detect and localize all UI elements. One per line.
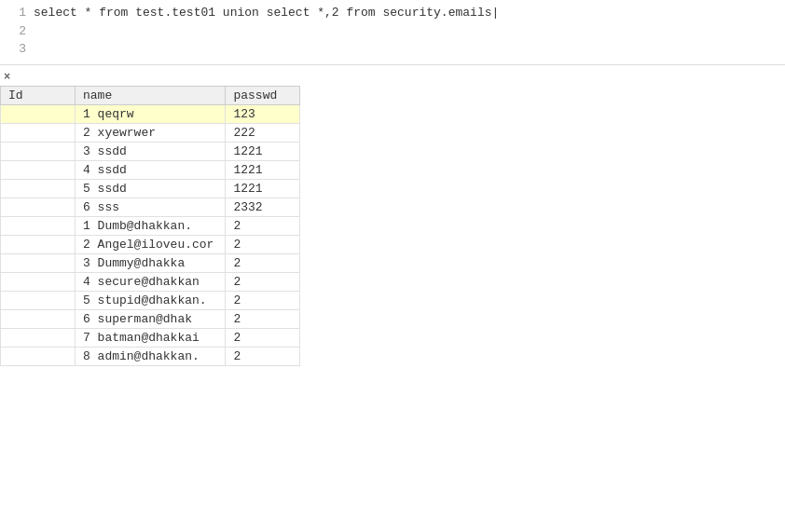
header-row: Id name passwd xyxy=(1,87,300,105)
cell-name: 1 Dumb@dhakkan. xyxy=(76,217,226,236)
cell-passwd: 2 xyxy=(226,273,300,292)
table-row: 7 batman@dhakkai2 xyxy=(1,329,300,348)
sql-content-3 xyxy=(34,40,41,59)
table-row: 1 Dumb@dhakkan.2 xyxy=(1,217,300,236)
table-row: 8 admin@dhakkan.2 xyxy=(1,348,300,366)
cell-id xyxy=(1,124,76,143)
sql-line-3: 3 xyxy=(7,40,778,59)
line-number-2: 2 xyxy=(7,22,26,41)
table-row: 3 Dummy@dhakka2 xyxy=(1,254,300,273)
cell-name: 2 Angel@iloveu.cor xyxy=(76,236,226,254)
cell-id xyxy=(1,292,76,310)
cell-id xyxy=(1,180,76,198)
cell-passwd: 2 xyxy=(226,348,300,366)
table-row: 1 qeqrw123 xyxy=(1,105,300,124)
cell-passwd: 2332 xyxy=(226,198,300,217)
line-number-3: 3 xyxy=(7,40,26,59)
cell-id xyxy=(1,161,76,180)
cell-passwd: 1221 xyxy=(226,143,300,161)
col-id: Id xyxy=(1,87,76,105)
cell-passwd: 2 xyxy=(226,236,300,254)
table-row: 2 Angel@iloveu.cor2 xyxy=(1,236,300,254)
cell-id xyxy=(1,236,76,254)
cell-name: 3 Dummy@dhakka xyxy=(76,254,226,273)
cell-name: 4 ssdd xyxy=(76,161,226,180)
col-passwd: passwd xyxy=(226,87,300,105)
cell-passwd: 2 xyxy=(226,254,300,273)
cell-name: 2 xyewrwer xyxy=(76,124,226,143)
cell-passwd: 222 xyxy=(226,124,300,143)
cell-name: 6 superman@dhak xyxy=(76,310,226,329)
cell-id xyxy=(1,198,76,217)
cell-name: 5 ssdd xyxy=(76,180,226,198)
cell-id xyxy=(1,273,76,292)
cell-id xyxy=(1,348,76,366)
cell-name: 8 admin@dhakkan. xyxy=(76,348,226,366)
cell-name: 6 sss xyxy=(76,198,226,217)
col-name: name xyxy=(76,87,226,105)
cell-passwd: 2 xyxy=(226,310,300,329)
cell-id xyxy=(1,105,76,124)
table-row: 2 xyewrwer222 xyxy=(1,124,300,143)
cell-passwd: 2 xyxy=(226,217,300,236)
editor-area[interactable]: 1 select * from test.test01 union select… xyxy=(0,0,785,65)
table-body: 1 qeqrw1232 xyewrwer2223 ssdd12214 ssdd1… xyxy=(1,105,300,366)
table-row: 3 ssdd1221 xyxy=(1,143,300,161)
cell-id xyxy=(1,310,76,329)
table-header: Id name passwd xyxy=(1,87,300,105)
results-area: × Id name passwd 1 qeqrw1232 xyewrwer222… xyxy=(0,69,785,366)
results-header: × xyxy=(0,69,785,86)
cell-id xyxy=(1,254,76,273)
cell-name: 7 batman@dhakkai xyxy=(76,329,226,348)
results-table: Id name passwd 1 qeqrw1232 xyewrwer2223 … xyxy=(0,86,300,366)
cell-passwd: 123 xyxy=(226,105,300,124)
cell-id xyxy=(1,143,76,161)
sql-line-1: 1 select * from test.test01 union select… xyxy=(7,4,778,22)
cell-passwd: 2 xyxy=(226,292,300,310)
table-row: 6 superman@dhak2 xyxy=(1,310,300,329)
sql-content-1: select * from test.test01 union select *… xyxy=(34,4,499,22)
cell-id xyxy=(1,329,76,348)
table-row: 5 stupid@dhakkan.2 xyxy=(1,292,300,310)
close-button[interactable]: × xyxy=(4,71,10,84)
cell-passwd: 1221 xyxy=(226,180,300,198)
line-number-1: 1 xyxy=(7,4,26,22)
cell-name: 1 qeqrw xyxy=(76,105,226,124)
cell-name: 3 ssdd xyxy=(76,143,226,161)
cell-name: 4 secure@dhakkan xyxy=(76,273,226,292)
cell-passwd: 2 xyxy=(226,329,300,348)
table-row: 4 ssdd1221 xyxy=(1,161,300,180)
sql-line-2: 2 xyxy=(7,22,778,41)
cell-id xyxy=(1,217,76,236)
cell-name: 5 stupid@dhakkan. xyxy=(76,292,226,310)
table-row: 5 ssdd1221 xyxy=(1,180,300,198)
table-row: 6 sss2332 xyxy=(1,198,300,217)
sql-content-2 xyxy=(34,22,41,41)
cell-passwd: 1221 xyxy=(226,161,300,180)
table-row: 4 secure@dhakkan2 xyxy=(1,273,300,292)
